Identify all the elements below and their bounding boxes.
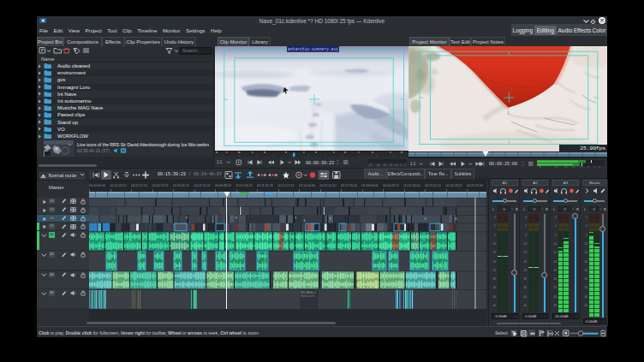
svg-text:antarctic-scenery.avi: antarctic-scenery.avi: [288, 47, 338, 51]
svg-text:-2: -2: [404, 163, 407, 167]
svg-text:-10: -10: [394, 163, 398, 167]
svg-text:00:09:25:09: 00:09:25:09: [489, 162, 517, 167]
svg-text:1:1: 1:1: [217, 160, 223, 164]
svg-text:Stereo to m: Stereo to m: [301, 294, 315, 297]
svg-text:-45: -45: [368, 163, 373, 167]
svg-text:00:00:30:23: 00:00:30:23: [306, 161, 334, 166]
svg-text:-30: -30: [376, 163, 380, 167]
svg-text:1:1: 1:1: [410, 162, 416, 166]
svg-text:-15: -15: [389, 163, 393, 167]
svg-text:-5: -5: [400, 163, 402, 167]
svg-text:25.00fps: 25.00fps: [580, 145, 605, 151]
svg-text:-20: -20: [383, 163, 387, 167]
